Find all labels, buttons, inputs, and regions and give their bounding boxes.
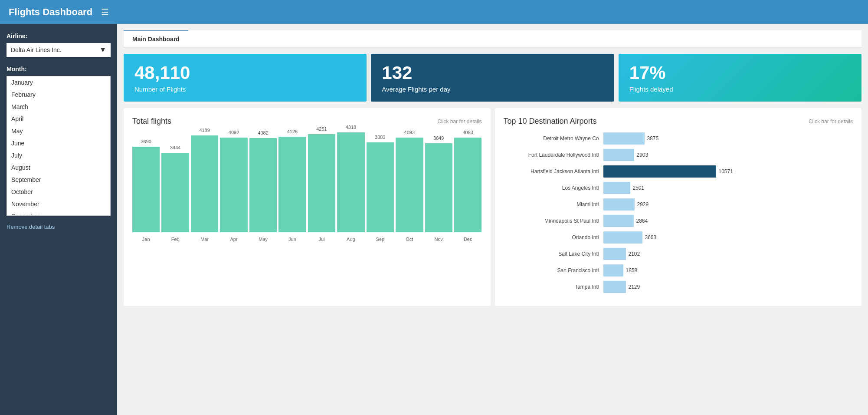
bar[interactable]: 4126 bbox=[278, 137, 306, 232]
h-bar-row[interactable]: Tampa Intl2129 bbox=[504, 281, 853, 293]
bar-month-label: Aug bbox=[347, 237, 355, 242]
bar-col[interactable]: 4093Dec bbox=[454, 132, 481, 232]
kpi-avg-label: Average Flights per day bbox=[382, 86, 603, 93]
month-label: Month: bbox=[7, 66, 111, 72]
total-flights-title: Total flights bbox=[132, 117, 171, 126]
bar-col[interactable]: 4092Apr bbox=[220, 132, 247, 232]
total-flights-chart: Total flights Click bar for details 3690… bbox=[124, 108, 491, 306]
bar[interactable]: 3690 bbox=[132, 147, 160, 232]
month-list-item[interactable]: July bbox=[7, 149, 110, 161]
h-bar-fill bbox=[603, 182, 630, 194]
bar-col[interactable]: 4318Aug bbox=[337, 132, 364, 232]
kpi-avg: 132 Average Flights per day bbox=[371, 54, 614, 102]
bar-month-label: Jan bbox=[142, 237, 150, 242]
h-bar-track: 3875 bbox=[603, 132, 853, 145]
month-list-item[interactable]: October bbox=[7, 186, 110, 198]
bar-chart: 3690Jan3444Feb4189Mar4092Apr4082May4126J… bbox=[132, 132, 482, 245]
airport-value-label: 2903 bbox=[637, 152, 649, 158]
bar-value-label: 4093 bbox=[462, 130, 473, 135]
airport-name-label: Minneapolis St Paul Intl bbox=[504, 218, 599, 224]
bar-value-label: 3883 bbox=[375, 135, 385, 140]
airport-value-label: 2864 bbox=[636, 218, 648, 224]
kpi-delayed-value: 17% bbox=[629, 63, 851, 83]
h-bar-row[interactable]: Hartsfield Jackson Atlanta Intl10571 bbox=[504, 165, 853, 178]
airport-name-label: Los Angeles Intl bbox=[504, 185, 599, 191]
h-bar-track: 2929 bbox=[603, 198, 853, 211]
airport-value-label: 2129 bbox=[629, 284, 640, 290]
bar-col[interactable]: 4251Jul bbox=[308, 132, 335, 232]
bar[interactable]: 3444 bbox=[161, 153, 189, 232]
bar-col[interactable]: 4126Jun bbox=[278, 132, 306, 232]
month-list-item[interactable]: November bbox=[7, 198, 110, 210]
bar-month-label: Jul bbox=[318, 237, 324, 242]
h-bar-chart: Detroit Metro Wayne Co3875Fort Lauderdal… bbox=[504, 132, 853, 293]
bar-value-label: 4189 bbox=[199, 128, 210, 133]
tab-main-dashboard[interactable]: Main Dashboard bbox=[124, 30, 188, 47]
h-bar-row[interactable]: San Francisco Intl1858 bbox=[504, 264, 853, 277]
bar-month-label: Oct bbox=[406, 237, 413, 242]
bar-value-label: 4093 bbox=[404, 130, 415, 135]
bar-col[interactable]: 3849Nov bbox=[425, 132, 452, 232]
bar-value-label: 3690 bbox=[141, 139, 151, 144]
bar[interactable]: 4093 bbox=[454, 138, 481, 232]
airport-value-label: 3663 bbox=[645, 234, 657, 240]
month-list-item[interactable]: June bbox=[7, 137, 110, 149]
bar-col[interactable]: 3690Jan bbox=[132, 132, 160, 232]
h-bar-row[interactable]: Salt Lake City Intl2102 bbox=[504, 248, 853, 260]
h-bar-row[interactable]: Detroit Metro Wayne Co3875 bbox=[504, 132, 853, 145]
kpi-flights: 48,110 Number of Flights bbox=[124, 54, 367, 102]
month-list-item[interactable]: August bbox=[7, 161, 110, 174]
h-bar-fill bbox=[603, 132, 645, 145]
month-list-item[interactable]: February bbox=[7, 89, 110, 101]
bar-col[interactable]: 3883Sep bbox=[367, 132, 394, 232]
remove-tabs-link[interactable]: Remove detail tabs bbox=[7, 224, 111, 230]
bar-col[interactable]: 3444Feb bbox=[161, 132, 189, 232]
bar[interactable]: 3849 bbox=[425, 143, 452, 232]
bar-month-label: Sep bbox=[376, 237, 385, 242]
bar-value-label: 3849 bbox=[433, 135, 444, 141]
month-list-wrapper: JanuaryFebruaryMarchAprilMayJuneJulyAugu… bbox=[7, 76, 111, 216]
h-bar-fill bbox=[603, 231, 642, 244]
month-list-item[interactable]: December bbox=[7, 210, 110, 215]
bar[interactable]: 4251 bbox=[308, 134, 335, 232]
bar-col[interactable]: 4093Oct bbox=[396, 132, 423, 232]
h-bar-row[interactable]: Orlando Intl3663 bbox=[504, 231, 853, 244]
month-list-item[interactable]: September bbox=[7, 174, 110, 186]
airport-value-label: 1858 bbox=[626, 267, 638, 273]
airline-select[interactable]: Delta Air Lines Inc.American AirlinesUni… bbox=[7, 43, 111, 57]
bar-value-label: 4318 bbox=[346, 125, 356, 130]
bar[interactable]: 3883 bbox=[367, 142, 394, 232]
month-list-item[interactable]: January bbox=[7, 76, 110, 89]
bar-value-label: 4092 bbox=[229, 130, 239, 135]
bar[interactable]: 4189 bbox=[191, 135, 218, 232]
bar-month-label: Apr bbox=[230, 237, 238, 242]
airport-name-label: Detroit Metro Wayne Co bbox=[504, 135, 599, 142]
month-list-item[interactable]: March bbox=[7, 101, 110, 113]
bar[interactable]: 4318 bbox=[337, 132, 364, 232]
bar-value-label: 4082 bbox=[258, 130, 268, 135]
h-bar-track: 1858 bbox=[603, 264, 853, 277]
charts-row: Total flights Click bar for details 3690… bbox=[124, 108, 861, 306]
airport-name-label: Tampa Intl bbox=[504, 284, 599, 290]
bar-col[interactable]: 4189Mar bbox=[191, 132, 218, 232]
h-bar-row[interactable]: Miami Intl2929 bbox=[504, 198, 853, 211]
app-header: Flights Dashboard ☰ bbox=[0, 0, 868, 24]
bar-month-label: May bbox=[259, 237, 268, 242]
top-airports-title: Top 10 Destination Airports bbox=[504, 117, 597, 126]
h-bar-fill bbox=[603, 198, 635, 211]
kpi-avg-value: 132 bbox=[382, 63, 603, 83]
tab-bar: Main Dashboard bbox=[124, 30, 861, 47]
bar-col[interactable]: 4082May bbox=[249, 132, 277, 232]
h-bar-row[interactable]: Fort Lauderdale Hollywood Intl2903 bbox=[504, 149, 853, 161]
h-bar-row[interactable]: Minneapolis St Paul Intl2864 bbox=[504, 215, 853, 227]
bar[interactable]: 4093 bbox=[396, 138, 423, 232]
h-bar-row[interactable]: Los Angeles Intl2501 bbox=[504, 182, 853, 194]
h-bar-track: 2501 bbox=[603, 182, 853, 194]
month-list-item[interactable]: April bbox=[7, 113, 110, 125]
bar[interactable]: 4092 bbox=[220, 138, 247, 232]
airport-name-label: San Francisco Intl bbox=[504, 267, 599, 273]
bar[interactable]: 4082 bbox=[249, 138, 277, 232]
total-flights-chart-header: Total flights Click bar for details bbox=[132, 117, 482, 126]
hamburger-icon[interactable]: ☰ bbox=[101, 7, 109, 17]
month-list-item[interactable]: May bbox=[7, 125, 110, 137]
